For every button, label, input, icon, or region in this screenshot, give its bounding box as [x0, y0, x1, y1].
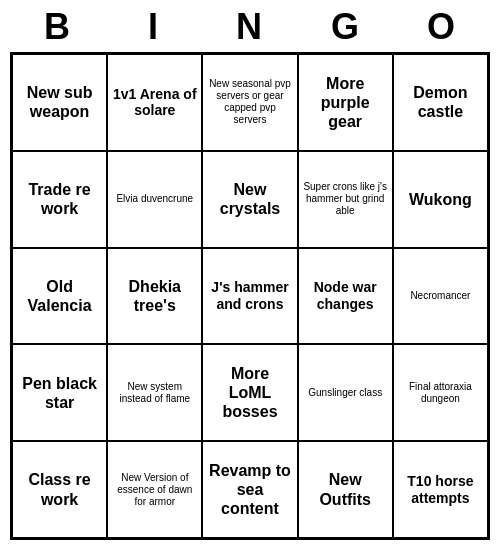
cell-0-0: New sub weapon — [12, 54, 107, 151]
cell-1-4: Wukong — [393, 151, 488, 248]
cell-2-0: Old Valencia — [12, 248, 107, 345]
cell-2-1: Dhekia tree's — [107, 248, 202, 345]
cell-3-3: Gunslinger class — [298, 344, 393, 441]
title-i: I — [106, 6, 202, 48]
cell-3-0: Pen black star — [12, 344, 107, 441]
cell-4-1: New Version of essence of dawn for armor — [107, 441, 202, 538]
cell-3-4: Final attoraxia dungeon — [393, 344, 488, 441]
cell-2-2: J's hammer and crons — [202, 248, 297, 345]
cell-0-3: More purple gear — [298, 54, 393, 151]
cell-4-4: T10 horse attempts — [393, 441, 488, 538]
cell-3-1: New system instead of flame — [107, 344, 202, 441]
title-o: O — [394, 6, 490, 48]
cell-1-2: New crystals — [202, 151, 297, 248]
bingo-grid: New sub weapon 1v1 Arena of solare New s… — [10, 52, 490, 540]
cell-3-2: More LoML bosses — [202, 344, 297, 441]
cell-4-3: New Outfits — [298, 441, 393, 538]
cell-4-2: Revamp to sea content — [202, 441, 297, 538]
cell-1-0: Trade re work — [12, 151, 107, 248]
bingo-title: B I N G O — [10, 0, 490, 52]
title-g: G — [298, 6, 394, 48]
cell-0-4: Demon castle — [393, 54, 488, 151]
cell-0-2: New seasonal pvp servers or gear capped … — [202, 54, 297, 151]
cell-4-0: Class re work — [12, 441, 107, 538]
cell-2-3: Node war changes — [298, 248, 393, 345]
title-n: N — [202, 6, 298, 48]
cell-1-1: Elvia duvencrune — [107, 151, 202, 248]
cell-0-1: 1v1 Arena of solare — [107, 54, 202, 151]
cell-1-3: Super crons like j's hammer but grind ab… — [298, 151, 393, 248]
cell-2-4: Necromancer — [393, 248, 488, 345]
title-b: B — [10, 6, 106, 48]
